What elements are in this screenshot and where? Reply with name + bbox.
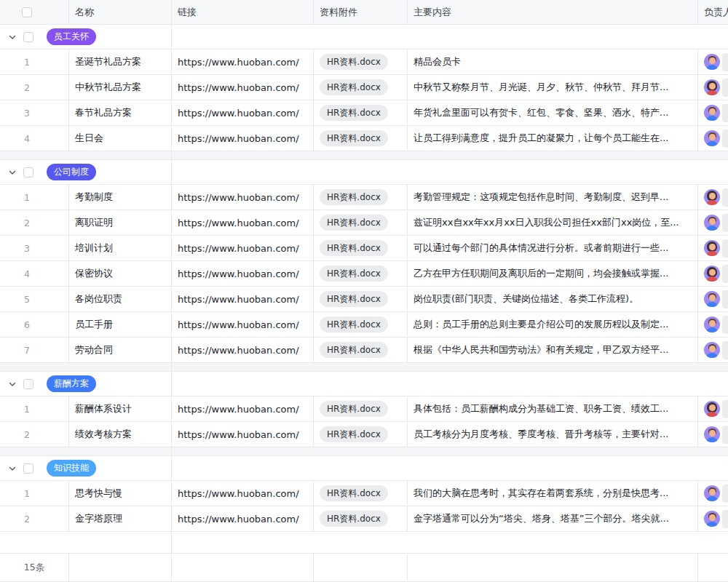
record-link[interactable]: https://www.huoban.com/: [172, 192, 299, 203]
name-cell[interactable]: 各岗位职责: [69, 287, 172, 311]
group-badge[interactable]: 知识技能: [47, 460, 96, 477]
name-cell[interactable]: 生日会: [69, 126, 172, 151]
record-link[interactable]: https://www.huoban.com/: [172, 319, 299, 330]
name-cell[interactable]: 思考快与慢: [69, 481, 172, 506]
collapse-group-button[interactable]: [7, 167, 18, 178]
attachment-chip[interactable]: HR资料.docx: [320, 130, 388, 146]
name-cell[interactable]: 劳动合同: [69, 338, 172, 362]
attachment-cell[interactable]: HR资料.docx: [314, 261, 408, 286]
column-header-attachment[interactable]: 资料附件: [314, 0, 408, 24]
attachment-cell[interactable]: HR资料.docx: [314, 396, 408, 421]
attachment-chip[interactable]: HR资料.docx: [320, 105, 388, 121]
content-cell[interactable]: 根据《中华人民共和国劳动法》和有关规定，甲乙双方经平...: [408, 338, 698, 362]
attachment-chip[interactable]: HR资料.docx: [320, 79, 388, 95]
collapse-group-button[interactable]: [7, 378, 18, 390]
row-number-cell[interactable]: 1: [0, 185, 69, 210]
attachment-cell[interactable]: HR资料.docx: [314, 338, 408, 362]
group-checkbox[interactable]: [23, 463, 33, 474]
row-number-cell[interactable]: 2: [0, 506, 69, 531]
attachment-chip[interactable]: HR资料.docx: [320, 215, 388, 231]
owner-cell[interactable]: 三: [698, 287, 728, 311]
content-cell[interactable]: 兹证明xx自xx年xx月xx日入职我公司担任xx部门xx岗位，至...: [408, 210, 698, 235]
attachment-chip[interactable]: HR资料.docx: [320, 266, 388, 282]
record-link[interactable]: https://www.huoban.com/: [172, 345, 299, 356]
name-cell[interactable]: 绩效考核方案: [69, 422, 172, 447]
row-number-cell[interactable]: 5: [0, 287, 69, 311]
attachment-chip[interactable]: HR资料.docx: [320, 316, 388, 332]
content-cell[interactable]: 我们的大脑在思考时，其实存在着两套系统，分别是快思考...: [408, 481, 698, 506]
row-number-cell[interactable]: 4: [0, 261, 69, 286]
content-cell[interactable]: 乙方在甲方任职期间及离职后的一定期间，均会接触或掌握...: [408, 261, 698, 286]
owner-cell[interactable]: 董: [698, 236, 728, 260]
owner-cell[interactable]: 三: [698, 126, 728, 151]
owner-cell[interactable]: 董: [698, 185, 728, 210]
record-link[interactable]: https://www.huoban.com/: [172, 108, 299, 119]
attachment-chip[interactable]: HR资料.docx: [320, 240, 388, 256]
name-cell[interactable]: 金字塔原理: [69, 506, 172, 531]
owner-cell[interactable]: 董: [698, 261, 728, 286]
record-link[interactable]: https://www.huoban.com/: [172, 82, 299, 93]
select-all-checkbox[interactable]: [22, 7, 32, 17]
link-cell[interactable]: https://www.huoban.com/: [172, 506, 314, 531]
link-cell[interactable]: https://www.huoban.com/: [172, 49, 314, 74]
attachment-chip[interactable]: HR资料.docx: [320, 342, 388, 358]
attachment-chip[interactable]: HR资料.docx: [320, 401, 388, 417]
attachment-cell[interactable]: HR资料.docx: [314, 506, 408, 531]
record-link[interactable]: https://www.huoban.com/: [172, 404, 299, 415]
row-number-cell[interactable]: 3: [0, 236, 69, 260]
name-cell[interactable]: 薪酬体系设计: [69, 396, 172, 421]
row-number-cell[interactable]: 1: [0, 49, 69, 74]
row-number-cell[interactable]: 3: [0, 100, 69, 125]
attachment-chip[interactable]: HR资料.docx: [320, 511, 388, 527]
record-link[interactable]: https://www.huoban.com/: [172, 429, 299, 440]
owner-cell[interactable]: 三: [698, 338, 728, 362]
content-cell[interactable]: 金字塔通常可以分为“塔尖、塔身、塔基”三个部分。塔尖就...: [408, 506, 698, 531]
record-link[interactable]: https://www.huoban.com/: [172, 133, 299, 144]
row-number-cell[interactable]: 7: [0, 338, 69, 362]
link-cell[interactable]: https://www.huoban.com/: [172, 287, 314, 311]
owner-cell[interactable]: 三: [698, 210, 728, 235]
row-number-cell[interactable]: 2: [0, 210, 69, 235]
record-link[interactable]: https://www.huoban.com/: [172, 488, 299, 499]
record-link[interactable]: https://www.huoban.com/: [172, 57, 299, 68]
owner-cell[interactable]: 三: [698, 100, 728, 125]
link-cell[interactable]: https://www.huoban.com/: [172, 396, 314, 421]
owner-cell[interactable]: 三: [698, 422, 728, 447]
group-checkbox[interactable]: [23, 32, 33, 42]
link-cell[interactable]: https://www.huoban.com/: [172, 75, 314, 100]
attachment-cell[interactable]: HR资料.docx: [314, 287, 408, 311]
link-cell[interactable]: https://www.huoban.com/: [172, 261, 314, 286]
content-cell[interactable]: 让员工得到满意度，提升员工的凝聚力，让每个员工能生在...: [408, 126, 698, 151]
attachment-cell[interactable]: HR资料.docx: [314, 481, 408, 506]
row-number-cell[interactable]: 2: [0, 75, 69, 100]
owner-cell[interactable]: 董: [698, 75, 728, 100]
record-link[interactable]: https://www.huoban.com/: [172, 268, 299, 279]
row-number-cell[interactable]: 6: [0, 312, 69, 337]
group-badge[interactable]: 公司制度: [47, 164, 96, 180]
name-cell[interactable]: 中秋节礼品方案: [69, 75, 172, 100]
group-checkbox[interactable]: [23, 379, 33, 389]
link-cell[interactable]: https://www.huoban.com/: [172, 422, 314, 447]
collapse-group-button[interactable]: [7, 463, 18, 474]
name-cell[interactable]: 考勤制度: [69, 185, 172, 210]
content-cell[interactable]: 具体包括：员工薪酬构成分为基础工资、职务工资、绩效工...: [408, 396, 698, 421]
content-cell[interactable]: 可以通过每个部门的具体情况进行分析。或者前期进行一些...: [408, 236, 698, 260]
attachment-chip[interactable]: HR资料.docx: [320, 426, 388, 442]
attachment-chip[interactable]: HR资料.docx: [320, 54, 388, 70]
content-cell[interactable]: 中秋节又称祭月节、月光诞、月夕、秋节、仲秋节、拜月节...: [408, 75, 698, 100]
group-badge[interactable]: 员工关怀: [47, 28, 96, 45]
name-cell[interactable]: 保密协议: [69, 261, 172, 286]
attachment-cell[interactable]: HR资料.docx: [314, 422, 408, 447]
attachment-cell[interactable]: HR资料.docx: [314, 126, 408, 151]
record-link[interactable]: https://www.huoban.com/: [172, 294, 299, 305]
name-cell[interactable]: 员工手册: [69, 312, 172, 337]
content-cell[interactable]: 年货礼盒里面可以有贺卡、红包、零食、坚果、酒水、特产...: [408, 100, 698, 125]
column-header-owner[interactable]: 负责人: [698, 0, 728, 24]
owner-cell[interactable]: 三: [698, 481, 728, 506]
name-cell[interactable]: 圣诞节礼品方案: [69, 49, 172, 74]
owner-cell[interactable]: 三: [698, 506, 728, 531]
content-cell[interactable]: 精品会员卡: [408, 49, 698, 74]
row-number-cell[interactable]: 2: [0, 422, 69, 447]
link-cell[interactable]: https://www.huoban.com/: [172, 236, 314, 260]
content-cell[interactable]: 总则：员工手册的总则主要是介绍公司的发展历程以及制定...: [408, 312, 698, 337]
